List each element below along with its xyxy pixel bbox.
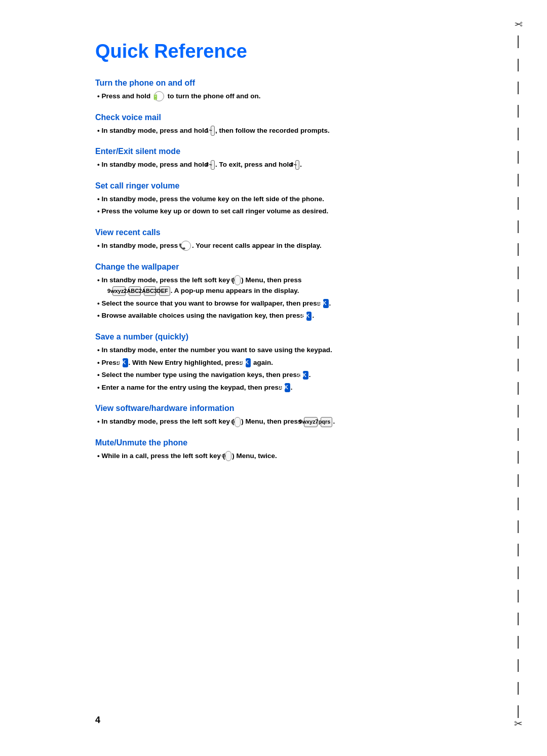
section-software-info: View software/hardware information • In … [95, 404, 466, 427]
page-container: ✂ Quick Reference Turn [0, 0, 547, 756]
dash-mark [518, 35, 519, 48]
dash-mark [518, 174, 519, 186]
key-7pqrs-icon: 7pqrs [321, 417, 333, 427]
bullet-wallpaper-1: • In standby mode, press the left soft k… [97, 275, 466, 296]
dash-mark [518, 705, 519, 718]
soft-key-menu-3-icon: ⊙ [225, 451, 231, 461]
section-content-recent-calls: • In standby mode, press 📞. Your recent … [95, 240, 466, 251]
bullet-turn-phone: • Press and hold 🔋 to turn the phone off… [97, 91, 466, 102]
section-mute: Mute/Unmute the phone • While in a call,… [95, 438, 466, 462]
dash-mark [518, 636, 519, 649]
key-1-icon: 1~ [211, 126, 215, 136]
bullet-silent-mode: • In standby mode, press and hold #~. To… [97, 159, 466, 170]
dash-mark [518, 451, 519, 464]
section-title-ringer-volume: Set call ringer volume [95, 181, 466, 191]
section-ringer-volume: Set call ringer volume • In standby mode… [95, 181, 466, 217]
dash-mark [518, 428, 519, 441]
scissors-bottom-icon: ✂ [514, 717, 523, 730]
key-hash-exit-icon: #~ [295, 160, 299, 170]
calls-button-icon: 📞 [181, 241, 191, 251]
dash-mark [518, 382, 519, 395]
dash-mark [518, 566, 519, 579]
ok-key-4-icon: OK [246, 358, 251, 367]
dash-mark [518, 682, 519, 695]
section-title-save-number: Save a number (quickly) [95, 332, 466, 342]
section-content-ringer-volume: • In standby mode, press the volume key … [95, 194, 466, 217]
section-title-silent-mode: Enter/Exit silent mode [95, 147, 466, 156]
bullet-software-info: • In standby mode, press the left soft k… [97, 416, 466, 427]
dash-mark [518, 151, 519, 164]
page-title: Quick Reference [95, 41, 466, 62]
dash-mark [518, 659, 519, 672]
section-content-software-info: • In standby mode, press the left soft k… [95, 416, 466, 427]
bullet-save-4: • Enter a name for the entry using the k… [97, 382, 466, 393]
scissors-top-icon: ✂ [514, 18, 523, 30]
section-wallpaper: Change the wallpaper • In standby mode, … [95, 262, 466, 321]
section-title-voicemail: Check voice mail [95, 113, 466, 122]
soft-key-menu-icon: ⊙ [235, 275, 241, 285]
section-title-recent-calls: View recent calls [95, 228, 466, 237]
dash-mark [518, 197, 519, 210]
dash-mark [518, 105, 519, 118]
dash-mark [518, 82, 519, 94]
dash-mark [518, 520, 519, 533]
ok-key-6-icon: OK [285, 383, 290, 392]
section-save-number: Save a number (quickly) • In standby mod… [95, 332, 466, 393]
dash-mark [518, 590, 519, 602]
section-silent-mode: Enter/Exit silent mode • In standby mode… [95, 147, 466, 170]
section-content-save-number: • In standby mode, enter the number you … [95, 345, 466, 393]
bullet-save-2: • Press OK. With New Entry highlighted, … [97, 357, 466, 368]
section-voicemail: Check voice mail • In standby mode, pres… [95, 113, 466, 136]
bullet-wallpaper-2: • Select the source that you want to bro… [97, 298, 466, 309]
bullet-ringer-2: • Press the volume key up or down to set… [97, 206, 466, 217]
dash-mark [518, 267, 519, 279]
ok-key-5-icon: OK [303, 371, 308, 380]
section-content-silent-mode: • In standby mode, press and hold #~. To… [95, 159, 466, 170]
ok-key-3-icon: OK [123, 358, 128, 367]
dash-mark [518, 289, 519, 302]
dash-mark [518, 405, 519, 418]
section-title-wallpaper: Change the wallpaper [95, 262, 466, 272]
dash-mark [518, 59, 519, 71]
section-title-turn-phone: Turn the phone on and off [95, 79, 466, 88]
key-3def-icon: 3DEF [159, 286, 170, 296]
section-turn-phone: Turn the phone on and off • Press and ho… [95, 79, 466, 102]
page-number: 4 [95, 715, 100, 726]
section-content-wallpaper: • In standby mode, press the left soft k… [95, 275, 466, 321]
section-content-turn-phone: • Press and hold 🔋 to turn the phone off… [95, 91, 466, 102]
dash-mark [518, 613, 519, 625]
dash-mark [518, 220, 519, 233]
bullet-save-1: • In standby mode, enter the number you … [97, 345, 466, 356]
bullet-mute: • While in a call, press the left soft k… [97, 450, 466, 462]
dash-mark [518, 359, 519, 371]
power-button-icon: 🔋 [154, 91, 164, 101]
section-content-mute: • While in a call, press the left soft k… [95, 450, 466, 462]
dash-mark [518, 474, 519, 487]
dash-mark [518, 498, 519, 510]
key-hash-icon: #~ [211, 160, 215, 170]
dash-mark [518, 128, 519, 140]
dash-mark [518, 243, 519, 256]
ok-key-1-icon: OK [323, 299, 329, 308]
bullet-save-3: • Select the number type using the navig… [97, 369, 466, 381]
dash-mark [518, 336, 519, 349]
section-title-software-info: View software/hardware information [95, 404, 466, 413]
section-recent-calls: View recent calls • In standby mode, pre… [95, 228, 466, 251]
dash-mark [518, 313, 519, 325]
section-title-mute: Mute/Unmute the phone [95, 438, 466, 447]
dash-mark [518, 544, 519, 556]
section-content-voicemail: • In standby mode, press and hold 1~, th… [95, 125, 466, 136]
cut-dashes [518, 35, 519, 718]
bullet-recent-calls: • In standby mode, press 📞. Your recent … [97, 240, 466, 251]
bullet-wallpaper-3: • Browse available choices using the nav… [97, 310, 466, 321]
ok-key-2-icon: OK [306, 312, 312, 321]
bullet-voicemail: • In standby mode, press and hold 1~, th… [97, 125, 466, 136]
soft-key-menu-2-icon: ⊙ [235, 417, 241, 427]
bullet-ringer-1: • In standby mode, press the volume key … [97, 194, 466, 205]
